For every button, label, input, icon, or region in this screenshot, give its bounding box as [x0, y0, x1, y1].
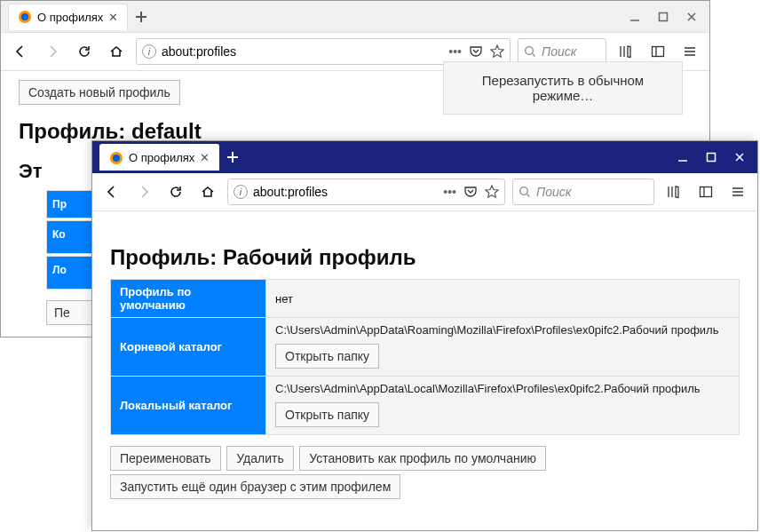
table-cell-stub: Ко [46, 220, 92, 254]
svg-point-6 [113, 155, 120, 162]
svg-rect-9 [701, 187, 712, 197]
library-icon[interactable] [661, 179, 686, 204]
maximize-icon[interactable] [706, 152, 716, 163]
profile-table: Профиль по умолчанию нет Корневой катало… [110, 279, 740, 435]
browser-tab[interactable]: О профилях ✕ [99, 144, 219, 171]
library-icon[interactable] [614, 39, 638, 64]
svg-rect-4 [653, 47, 664, 57]
profile-actions-row: Запустить ещё один браузер с этим профил… [110, 472, 740, 501]
browser-tab[interactable]: О профилях ✕ [8, 4, 128, 30]
restart-normal-button[interactable]: Перезапустить в обычном режиме… [443, 61, 683, 115]
maximize-icon[interactable] [658, 12, 669, 22]
address-bar[interactable]: i about:profiles ••• [227, 179, 505, 205]
search-placeholder: Поиск [542, 44, 576, 59]
bookmark-star-icon[interactable] [490, 44, 504, 59]
home-button[interactable] [104, 39, 129, 64]
minimize-icon[interactable] [677, 152, 688, 163]
more-icon[interactable]: ••• [443, 185, 456, 199]
forward-button[interactable] [40, 39, 65, 64]
svg-point-3 [526, 47, 534, 55]
page-content-b: Профиль: Рабочий профиль Профиль по умол… [92, 211, 757, 508]
table-cell-stub: Пр [46, 190, 92, 218]
table-row: Профиль по умолчанию нет [111, 280, 740, 318]
reload-button[interactable] [72, 39, 97, 64]
button-stub[interactable]: Пе [46, 300, 92, 325]
svg-rect-2 [660, 12, 668, 20]
minimize-icon[interactable] [629, 12, 640, 22]
info-icon[interactable]: i [234, 185, 248, 199]
table-row: Корневой каталог C:\Users\Admin\AppData\… [111, 318, 740, 377]
search-icon [524, 45, 536, 58]
launch-profile-button[interactable]: Запустить ещё один браузер с этим профил… [110, 474, 400, 499]
svg-rect-7 [708, 154, 716, 162]
menu-icon[interactable] [677, 39, 702, 64]
tab-close-icon[interactable]: ✕ [108, 11, 118, 24]
svg-point-8 [520, 187, 528, 195]
tab-bar: О профилях ✕ [92, 141, 757, 173]
search-icon [519, 186, 531, 198]
root-dir-label: Корневой каталог [111, 318, 266, 377]
home-button[interactable] [195, 179, 220, 204]
tab-title: О профилях [129, 151, 194, 164]
local-dir-path: C:\Users\Admin\AppData\Local\Mozilla\Fir… [275, 382, 730, 395]
info-icon[interactable]: i [142, 44, 156, 59]
more-icon[interactable]: ••• [448, 44, 462, 59]
close-icon[interactable] [734, 152, 745, 163]
pocket-icon[interactable] [469, 44, 483, 59]
default-profile-label: Профиль по умолчанию [111, 280, 266, 318]
tab-close-icon[interactable]: ✕ [200, 151, 210, 164]
forward-button[interactable] [131, 179, 156, 204]
url-text: about:profiles [162, 44, 236, 59]
new-tab-button[interactable] [135, 11, 147, 23]
rename-button[interactable]: Переименовать [110, 446, 221, 471]
profile-actions-row: Переименовать Удалить Установить как про… [110, 444, 740, 472]
local-dir-label: Локальный каталог [111, 377, 266, 435]
reload-button[interactable] [163, 179, 188, 204]
tab-title: О профилях [37, 11, 103, 24]
pocket-icon[interactable] [463, 185, 478, 199]
nav-toolbar: i about:profiles ••• Поиск [92, 173, 757, 211]
set-default-button[interactable]: Установить как профиль по умолчанию [299, 446, 546, 471]
create-profile-button[interactable]: Создать новый профиль [19, 80, 180, 105]
back-window-stubs: Пр Ко Ло Пе [46, 190, 92, 325]
svg-point-1 [21, 13, 28, 20]
url-text: about:profiles [253, 185, 328, 199]
search-placeholder: Поиск [536, 185, 571, 199]
back-button[interactable] [99, 179, 124, 204]
delete-button[interactable]: Удалить [226, 446, 293, 471]
firefox-favicon [18, 10, 32, 24]
default-profile-value: нет [266, 280, 740, 318]
sidebar-icon[interactable] [645, 39, 670, 64]
firefox-window-front: О профилях ✕ i about:profiles ••• Поиск [91, 140, 758, 531]
open-local-folder-button[interactable]: Открыть папку [275, 402, 379, 427]
search-box[interactable]: Поиск [512, 179, 654, 205]
root-dir-path: C:\Users\Admin\AppData\Roaming\Mozilla\F… [275, 323, 730, 337]
firefox-favicon [109, 151, 123, 165]
open-root-folder-button[interactable]: Открыть папку [275, 344, 379, 369]
menu-icon[interactable] [725, 179, 750, 204]
profile-heading: Профиль: Рабочий профиль [110, 245, 740, 270]
sidebar-icon[interactable] [693, 179, 718, 204]
tab-bar: О профилях ✕ [1, 1, 709, 33]
new-tab-button[interactable] [226, 151, 239, 163]
back-button[interactable] [8, 39, 33, 64]
table-row: Локальный каталог C:\Users\Admin\AppData… [111, 377, 740, 435]
close-icon[interactable] [686, 12, 697, 22]
bookmark-star-icon[interactable] [485, 185, 499, 199]
table-cell-stub: Ло [46, 256, 92, 290]
